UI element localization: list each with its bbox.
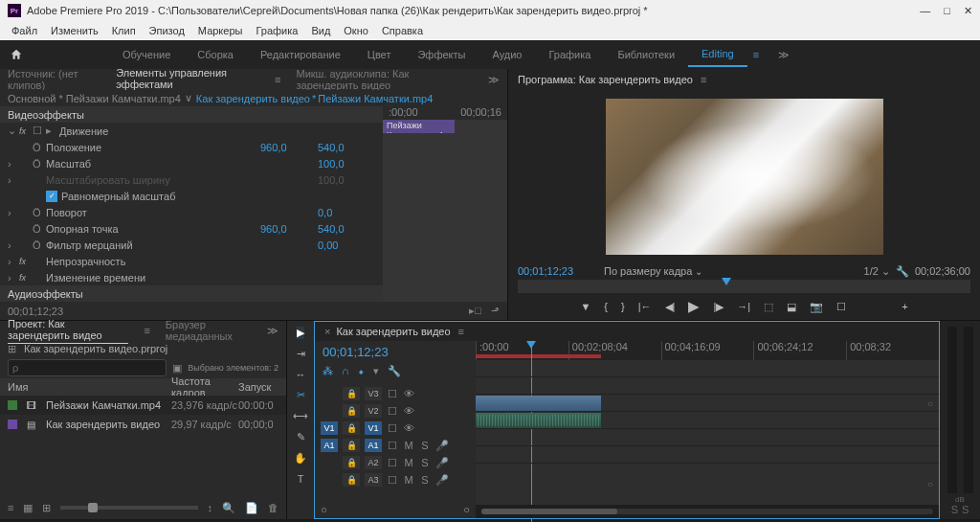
ec-export-icon[interactable]: ⬏ (491, 305, 500, 317)
project-item-clip[interactable]: 🎞 Пейзажи Камчатки.mp4 23,976 кадр/с 00:… (0, 396, 286, 415)
thumbnail-size-slider[interactable] (60, 506, 197, 510)
ripple-tool-icon[interactable]: ↔ (296, 369, 306, 380)
workspace-libraries[interactable]: Библиотеки (604, 43, 688, 66)
opacity-row[interactable]: ›fxНепрозрачность (0, 253, 383, 269)
a3-lane[interactable] (476, 446, 939, 464)
workspace-graphics[interactable]: Графика (535, 43, 604, 66)
uniform-scale-row[interactable]: ✓Равномерный масштаб (0, 188, 383, 204)
menu-clip[interactable]: Клип (106, 23, 142, 38)
workspace-editing-ru[interactable]: Редактирование (247, 43, 354, 66)
a1-lane[interactable] (476, 412, 939, 429)
timeline-timecode[interactable]: 00;01;12;23 (315, 341, 476, 362)
video-clip[interactable] (476, 396, 601, 411)
button-editor-icon[interactable]: + (902, 301, 907, 312)
workspace-menu-icon[interactable]: ≡ (753, 49, 759, 60)
close-seq-icon[interactable]: × (324, 326, 330, 337)
close-button[interactable]: ✕ (964, 5, 972, 17)
tl-settings-icon[interactable]: ▾ (373, 365, 379, 377)
menu-sequence[interactable]: Эпизод (144, 23, 190, 38)
track-a3[interactable]: 🔒A3☐MS🎤 (315, 471, 476, 488)
play-icon[interactable]: ▶ (688, 298, 700, 315)
pen-tool-icon[interactable]: ✎ (297, 431, 305, 443)
program-menu-icon[interactable]: ≡ (701, 74, 706, 85)
compare-icon[interactable]: ☐ (836, 301, 846, 313)
menu-window[interactable]: Окно (338, 23, 374, 38)
step-fwd-icon[interactable]: |▶ (713, 301, 724, 313)
minimize-button[interactable]: — (920, 5, 930, 17)
anchor-row[interactable]: ÖОпорная точка960,0540,0 (0, 220, 383, 237)
workspace-color[interactable]: Цвет (354, 43, 405, 66)
track-a2[interactable]: 🔒A2☐MS🎤 (315, 454, 476, 471)
program-timecode-left[interactable]: 00;01;12;23 (518, 265, 604, 277)
track-select-tool-icon[interactable]: ⇥ (297, 348, 305, 360)
workspace-overflow-icon[interactable]: ≫ (778, 49, 790, 61)
tab-media-browser[interactable]: Браузер медиаданных (166, 319, 252, 342)
track-v1[interactable]: V1🔒V1☐👁 (315, 420, 476, 437)
program-ruler[interactable] (518, 280, 970, 293)
workspace-audio[interactable]: Аудио (479, 43, 535, 66)
project-menu-icon[interactable]: ≡ (144, 325, 149, 336)
workspace-effects[interactable]: Эффекты (404, 43, 479, 66)
workspace-assembly[interactable]: Сборка (184, 43, 247, 66)
v2-lane[interactable] (476, 377, 939, 395)
track-v2[interactable]: 🔒V2☐👁 (315, 402, 476, 420)
menu-help[interactable]: Справка (376, 23, 429, 38)
scale-row[interactable]: ›ÖМасштаб100,0 (0, 155, 383, 171)
workspace-editing[interactable]: Editing (688, 42, 747, 67)
mark-out-icon[interactable]: } (621, 301, 625, 312)
tl-wrench-icon[interactable]: 🔧 (388, 365, 401, 377)
maximize-button[interactable]: □ (944, 5, 950, 17)
workspace-learning[interactable]: Обучение (109, 43, 184, 66)
v1-lane[interactable] (476, 395, 939, 412)
icon-view-icon[interactable]: ▦ (23, 502, 33, 514)
menu-markers[interactable]: Маркеры (192, 23, 249, 38)
sort-icon[interactable]: ↕ (208, 502, 213, 513)
export-frame-icon[interactable]: 📷 (810, 301, 823, 313)
menu-file[interactable]: Файл (6, 23, 43, 38)
program-monitor[interactable] (508, 90, 980, 262)
list-view-icon[interactable]: ≡ (8, 502, 13, 513)
link-selection-icon[interactable]: ∩ (342, 365, 349, 376)
track-v3[interactable]: 🔒V3☐👁 (315, 385, 476, 402)
audio-clip[interactable] (476, 413, 601, 428)
search-input[interactable]: ρ (8, 359, 167, 376)
bin-nav-icon[interactable]: ⊞ (8, 343, 16, 355)
menu-view[interactable]: Вид (305, 23, 336, 38)
project-overflow-icon[interactable]: ≫ (267, 325, 278, 337)
razor-tool-icon[interactable]: ✂ (297, 389, 305, 401)
settings-icon[interactable]: 🔧 (896, 265, 909, 278)
trash-icon[interactable]: 🗑 (268, 502, 278, 513)
new-bin-icon[interactable]: 🔍 (222, 502, 235, 514)
new-item-icon[interactable]: 📄 (245, 502, 258, 514)
rotation-row[interactable]: ›ÖПоворот0,0 (0, 204, 383, 220)
tab-effect-controls[interactable]: Элементы управления эффектами (116, 67, 259, 93)
slip-tool-icon[interactable]: ⟷ (293, 410, 308, 422)
flicker-row[interactable]: ›ÖФильтр мерцаний0,00 (0, 237, 383, 253)
panel-overflow-icon[interactable]: ≫ (488, 74, 500, 86)
project-item-sequence[interactable]: ▤ Как зарендерить видео 29,97 кадр/с 00;… (0, 415, 286, 434)
ec-clip-link[interactable]: Пейзажи Камчатки.mp4 (318, 93, 433, 104)
tl-default-icon[interactable]: ○ (321, 504, 327, 515)
timeline-ruler[interactable]: :00;00 00;02;08;04 00;04;16;09 00;06;24;… (476, 341, 939, 360)
playback-resolution[interactable]: 1/2 ⌄ (864, 265, 890, 278)
zoom-fit-dropdown[interactable]: По размеру кадра ⌄ (604, 265, 702, 277)
selection-tool-icon[interactable]: ▶ (297, 327, 304, 339)
add-marker-tl-icon[interactable]: ⬥ (358, 365, 365, 376)
a2-lane[interactable] (476, 429, 939, 446)
v-scroll-indicator[interactable]: ○ (927, 398, 933, 409)
ec-footer-timecode[interactable]: 00;01;12;23 (8, 306, 63, 317)
timeline-h-scroll[interactable] (476, 505, 939, 518)
tl-collapse-icon[interactable]: ○ (463, 504, 470, 515)
mark-in-icon[interactable]: { (604, 301, 608, 312)
freeform-view-icon[interactable]: ⊞ (42, 502, 51, 514)
ec-keyframe-area[interactable]: :00;0000;00;16 Пейзажи Камчатки.mp4 (383, 106, 507, 302)
timeline-menu-icon[interactable]: ≡ (458, 326, 464, 337)
extract-icon[interactable]: ⬓ (787, 301, 796, 313)
ec-seq-link[interactable]: Как зарендерить видео (196, 93, 310, 104)
go-in-icon[interactable]: |← (638, 301, 652, 312)
go-out-icon[interactable]: →| (737, 301, 750, 312)
v3-lane[interactable] (476, 360, 939, 377)
position-row[interactable]: ÖПоложение960,0540,0 (0, 139, 383, 155)
hand-tool-icon[interactable]: ✋ (294, 452, 307, 465)
tab-source[interactable]: Источник: (нет клипов) (8, 68, 100, 91)
